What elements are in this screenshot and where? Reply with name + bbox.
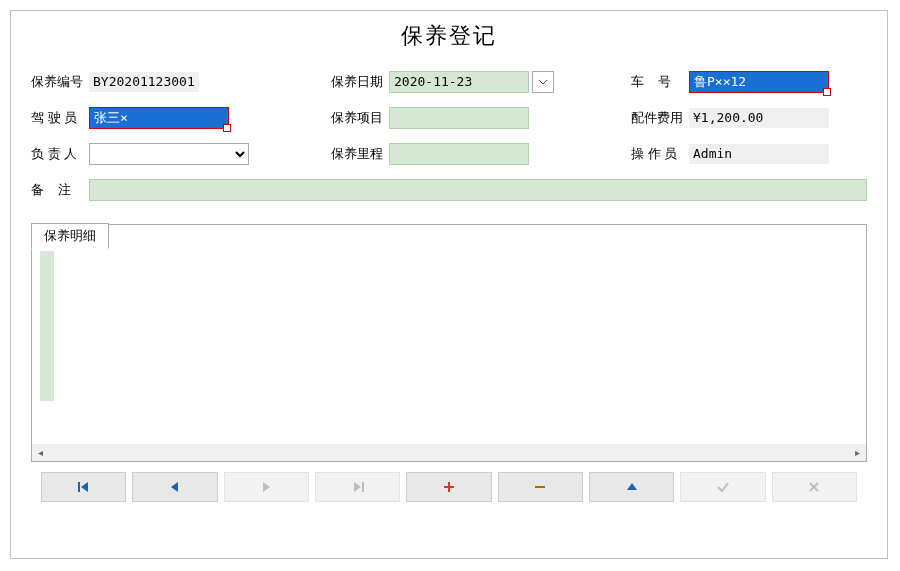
scroll-left-icon[interactable]: ◂ <box>32 444 49 461</box>
detail-column-marker <box>40 251 54 401</box>
field-manager-select[interactable] <box>89 143 249 165</box>
label-driver: 驾 驶 员 <box>31 109 89 127</box>
field-mileage[interactable] <box>389 143 529 165</box>
label-plate: 车 号 <box>631 73 689 91</box>
prev-icon <box>168 480 182 494</box>
date-picker-button[interactable] <box>532 71 554 93</box>
last-icon <box>351 480 365 494</box>
last-button <box>315 472 400 502</box>
label-manager: 负 责 人 <box>31 145 89 163</box>
triangle-up-icon <box>625 480 639 494</box>
label-mileage: 保养里程 <box>331 145 389 163</box>
delete-button[interactable] <box>498 472 583 502</box>
check-icon <box>716 480 730 494</box>
svg-point-1 <box>546 81 547 82</box>
label-parts-cost: 配件费用 <box>631 109 689 127</box>
svg-rect-6 <box>535 486 545 488</box>
field-driver[interactable]: 张三× <box>89 107 229 129</box>
up-button[interactable] <box>589 472 674 502</box>
first-icon <box>77 480 91 494</box>
next-button <box>224 472 309 502</box>
svg-rect-5 <box>444 486 454 488</box>
scroll-right-icon[interactable]: ▸ <box>849 444 866 461</box>
form-row-2: 驾 驶 员 张三× 保养项目 配件费用 ¥1,200.00 <box>31 107 867 129</box>
first-button[interactable] <box>41 472 126 502</box>
minus-icon <box>533 480 547 494</box>
tab-detail[interactable]: 保养明细 <box>31 223 109 249</box>
svg-point-0 <box>540 81 541 82</box>
label-maint-item: 保养项目 <box>331 109 389 127</box>
next-icon <box>259 480 273 494</box>
plus-icon <box>442 480 456 494</box>
chevron-down-icon <box>538 79 548 85</box>
label-operator: 操 作 员 <box>631 145 689 163</box>
svg-rect-2 <box>78 482 80 492</box>
cancel-button <box>772 472 857 502</box>
page-title: 保养登记 <box>31 21 867 51</box>
navigator-toolbar <box>31 472 867 502</box>
detail-container: 保养明细 ◂ ▸ <box>31 224 867 462</box>
field-maint-date[interactable]: 2020-11-23 <box>389 71 529 93</box>
detail-panel: ◂ ▸ <box>31 224 867 462</box>
label-maint-date: 保养日期 <box>331 73 389 91</box>
form-row-3: 负 责 人 保养里程 操 作 员 Admin <box>31 143 867 165</box>
maintenance-window: 保养登记 保养编号 BY20201123001 保养日期 2020-11-23 … <box>10 10 888 559</box>
prev-button[interactable] <box>132 472 217 502</box>
close-icon <box>807 480 821 494</box>
label-maint-no: 保养编号 <box>31 73 89 91</box>
field-maint-no: BY20201123001 <box>89 72 199 92</box>
field-remark[interactable] <box>89 179 867 201</box>
svg-rect-3 <box>362 482 364 492</box>
form-row-remark: 备 注 <box>31 179 867 201</box>
confirm-button <box>680 472 765 502</box>
field-maint-item[interactable] <box>389 107 529 129</box>
add-button[interactable] <box>406 472 491 502</box>
field-parts-cost: ¥1,200.00 <box>689 108 829 128</box>
form-row-1: 保养编号 BY20201123001 保养日期 2020-11-23 车 号 鲁… <box>31 71 867 93</box>
label-remark: 备 注 <box>31 181 89 199</box>
horizontal-scrollbar[interactable]: ◂ ▸ <box>32 444 866 461</box>
field-operator: Admin <box>689 144 829 164</box>
field-plate[interactable]: 鲁P××12 <box>689 71 829 93</box>
